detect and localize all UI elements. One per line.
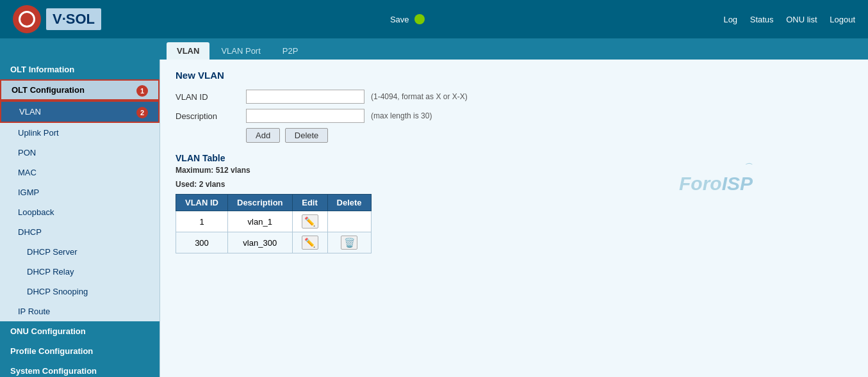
sidebar-item-uplink-port[interactable]: Uplink Port	[0, 123, 160, 143]
layout: OLT Information OLT Configuration 1 VLAN…	[0, 60, 868, 377]
header: V·SOL Save Log Status ONU list Logout	[0, 0, 868, 38]
col-vlan-id: VLAN ID	[176, 195, 228, 211]
description-hint: (max length is 30)	[371, 111, 432, 120]
col-edit: Edit	[292, 195, 327, 211]
sidebar-item-ip-route[interactable]: IP Route	[0, 301, 160, 321]
vlan-id-label: VLAN ID	[176, 92, 240, 102]
status-dot	[414, 14, 425, 24]
new-vlan-title: New VLAN	[176, 70, 853, 81]
sidebar-item-dhcp[interactable]: DHCP	[0, 222, 160, 242]
save-label: Save	[390, 15, 409, 24]
description-label: Description	[176, 111, 240, 121]
header-save-area: Save	[390, 14, 425, 24]
log-link[interactable]: Log	[723, 15, 737, 24]
sidebar: OLT Information OLT Configuration 1 VLAN…	[0, 60, 160, 377]
tab-bar: VLAN VLAN Port P2P	[0, 38, 868, 60]
onu-list-link[interactable]: ONU list	[786, 15, 817, 24]
add-button[interactable]: Add	[246, 128, 280, 143]
delete-cell	[327, 211, 371, 232]
vlan-id-cell: 300	[176, 232, 228, 253]
description-row: Description (max length is 30)	[176, 109, 853, 123]
description-cell: vlan_300	[228, 232, 293, 253]
main-content: ⌒ ForoISP New VLAN VLAN ID (1-4094, form…	[160, 60, 868, 377]
tab-vlan-port[interactable]: VLAN Port	[211, 42, 270, 60]
logo-icon	[13, 5, 41, 33]
sidebar-item-pon[interactable]: PON	[0, 143, 160, 163]
edit-cell: ✏️	[292, 232, 327, 253]
col-delete: Delete	[327, 195, 371, 211]
status-link[interactable]: Status	[750, 15, 774, 24]
badge-1: 1	[136, 85, 148, 97]
sidebar-item-loopback[interactable]: Loopback	[0, 202, 160, 222]
sidebar-item-dhcp-relay[interactable]: DHCP Relay	[0, 262, 160, 282]
edit-icon: ✏️	[304, 216, 315, 227]
vlan-table-section: VLAN Table Maximum: 512 vlans Used: 2 vl…	[176, 153, 853, 253]
tab-vlan[interactable]: VLAN	[167, 42, 209, 60]
form-buttons: Add Delete	[246, 128, 853, 143]
sidebar-item-olt-information[interactable]: OLT Information	[0, 60, 160, 79]
delete-icon: 🗑️	[344, 237, 355, 248]
logo-area: V·SOL	[13, 5, 101, 33]
edit-button[interactable]: ✏️	[302, 214, 318, 229]
description-cell: vlan_1	[228, 211, 293, 232]
description-input[interactable]	[246, 109, 364, 123]
vlan-id-input[interactable]	[246, 90, 364, 104]
sidebar-item-dhcp-snooping[interactable]: DHCP Snooping	[0, 282, 160, 301]
vlan-stats-max: Maximum: 512 vlans	[176, 166, 853, 175]
vlan-stats-used: Used: 2 vlans	[176, 180, 853, 189]
sidebar-item-vlan[interactable]: VLAN 2	[0, 100, 160, 123]
table-row: 1vlan_1✏️	[176, 211, 372, 232]
table-row: 300vlan_300✏️🗑️	[176, 232, 372, 253]
sidebar-item-olt-configuration[interactable]: OLT Configuration 1	[0, 79, 160, 100]
delete-button[interactable]: Delete	[285, 128, 329, 143]
vlan-id-row: VLAN ID (1-4094, format as X or X-X)	[176, 90, 853, 104]
vlan-id-cell: 1	[176, 211, 228, 232]
edit-icon: ✏️	[304, 237, 315, 248]
logo-text: V·SOL	[46, 8, 101, 30]
delete-row-button[interactable]: 🗑️	[341, 236, 357, 250]
sidebar-item-profile-configuration[interactable]: Profile Configuration	[0, 341, 160, 361]
logout-link[interactable]: Logout	[830, 15, 855, 24]
sidebar-item-system-configuration[interactable]: System Configuration	[0, 361, 160, 377]
sidebar-item-onu-configuration[interactable]: ONU Configuration	[0, 321, 160, 341]
sidebar-item-igmp[interactable]: IGMP	[0, 182, 160, 202]
tab-p2p[interactable]: P2P	[272, 42, 309, 60]
sidebar-item-mac[interactable]: MAC	[0, 163, 160, 182]
header-nav: Log Status ONU list Logout	[713, 15, 855, 24]
badge-2: 2	[136, 107, 148, 118]
sidebar-item-dhcp-server[interactable]: DHCP Server	[0, 242, 160, 262]
vlan-table-title: VLAN Table	[176, 153, 853, 163]
vlan-table: VLAN ID Description Edit Delete 1vlan_1✏…	[176, 194, 372, 253]
edit-button[interactable]: ✏️	[302, 236, 318, 250]
vlan-id-hint: (1-4094, format as X or X-X)	[371, 92, 468, 101]
col-description: Description	[228, 195, 293, 211]
delete-cell: 🗑️	[327, 232, 371, 253]
edit-cell: ✏️	[292, 211, 327, 232]
